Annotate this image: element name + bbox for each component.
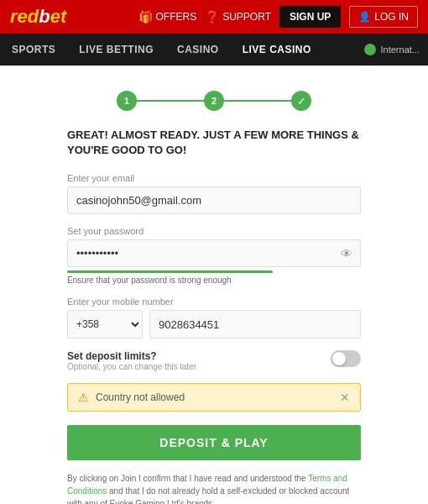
deposit-play-button[interactable]: DEPOSIT & PLAY [67, 425, 361, 460]
phone-group: Enter your mobile number +358 [67, 297, 361, 339]
terms-link[interactable]: Terms and Conditions [67, 474, 347, 496]
deposit-row: Set deposit limits? Optional, you can ch… [67, 350, 361, 371]
nav-casino[interactable]: CASINO [165, 34, 231, 66]
password-label: Set your password [67, 226, 361, 236]
login-button[interactable]: 👤 LOG IN [349, 6, 418, 28]
nav-live-betting[interactable]: LIVE BETTING [67, 34, 165, 66]
deposit-toggle[interactable] [331, 350, 361, 367]
email-label: Enter your email [67, 173, 361, 183]
password-wrapper: 👁 [67, 239, 361, 267]
top-bar-right: 🎁 OFFERS ❓ SUPPORT SIGN UP 👤 LOG IN [138, 6, 419, 28]
step-2: 2 [204, 91, 224, 111]
form-title: GREAT! ALMOST READY. JUST A FEW MORE THI… [67, 128, 361, 158]
locale-selector[interactable]: Internat... [364, 34, 428, 66]
warning-close-button[interactable]: ✕ [340, 391, 350, 404]
step-line-2 [224, 100, 291, 102]
password-input[interactable] [67, 239, 361, 267]
phone-label: Enter your mobile number [67, 297, 361, 307]
toggle-knob [332, 352, 346, 365]
password-hint: Ensure that your password is strong enou… [67, 276, 361, 285]
deposit-label-group: Set deposit limits? Optional, you can ch… [67, 350, 196, 371]
password-strength-bar [67, 270, 273, 273]
step-line-1 [137, 100, 204, 102]
warning-banner: ⚠ Country not allowed ✕ [67, 383, 361, 412]
gift-icon: 🎁 [138, 10, 153, 24]
phone-row: +358 [67, 310, 361, 339]
step-complete: ✓ [291, 91, 311, 111]
password-group: Set your password 👁 Ensure that your pas… [67, 226, 361, 285]
globe-icon [364, 44, 376, 55]
top-bar: redbet 🎁 OFFERS ❓ SUPPORT SIGN UP 👤 LOG … [0, 0, 428, 34]
nav-bar: SPORTS LIVE BETTING CASINO LIVE CASINO I… [0, 34, 428, 66]
email-input[interactable] [67, 186, 361, 214]
deposit-hint: Optional, you can change this later [67, 362, 196, 371]
toggle-password-icon[interactable]: 👁 [341, 247, 352, 260]
warning-icon: ⚠ [78, 391, 89, 404]
progress-bar: 1 2 ✓ [67, 82, 361, 111]
support-button[interactable]: ❓ SUPPORT [205, 10, 271, 24]
phone-input[interactable] [149, 310, 361, 339]
offers-button[interactable]: 🎁 OFFERS [138, 10, 197, 24]
warning-text: ⚠ Country not allowed [78, 391, 185, 404]
terms-text: By clicking on Join I confirm that I hav… [67, 472, 361, 504]
nav-live-casino[interactable]: LIVE CASINO [231, 34, 323, 66]
logo: redbet [10, 6, 66, 28]
email-group: Enter your email [67, 173, 361, 214]
user-icon: 👤 [358, 11, 371, 23]
question-icon: ❓ [205, 10, 219, 24]
step-1: 1 [117, 91, 137, 111]
country-code-select[interactable]: +358 [67, 310, 143, 339]
nav-sports[interactable]: SPORTS [0, 34, 67, 66]
main-content: 1 2 ✓ GREAT! ALMOST READY. JUST A FEW MO… [0, 66, 428, 504]
signup-button[interactable]: SIGN UP [279, 6, 341, 28]
deposit-label: Set deposit limits? [67, 350, 196, 362]
